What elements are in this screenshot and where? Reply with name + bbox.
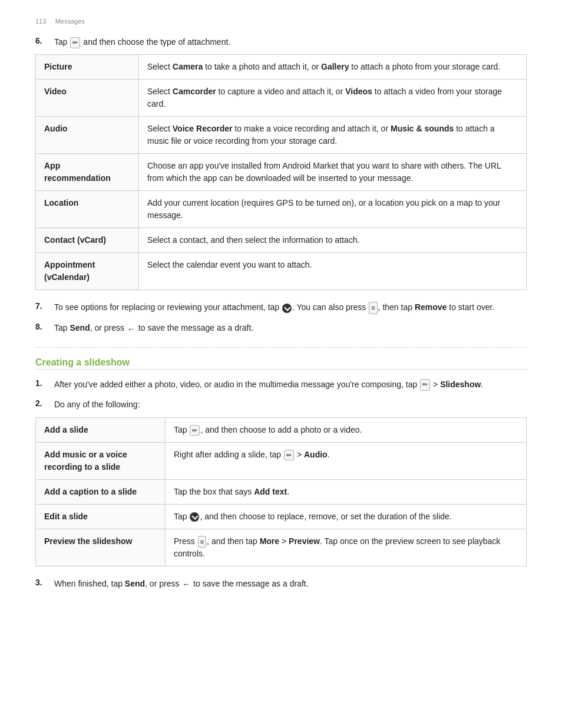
table-row: Add music or a voice recording to a slid…	[36, 442, 527, 479]
slide-label-preview: Preview the slideshow	[36, 529, 166, 566]
step-7-content: To see options for replacing or reviewin…	[54, 301, 494, 314]
step-6-number: 6.	[35, 35, 49, 45]
slideshow-step-3-content: When finished, tap Send, or press ← to s…	[54, 577, 309, 591]
slide-label-edit: Edit a slide	[36, 504, 166, 529]
table-row: Add a slide Tap ✏, and then choose to ad…	[36, 417, 527, 442]
attachment-label-picture: Picture	[36, 55, 139, 80]
paperclip-icon-2: ✏	[420, 379, 430, 391]
slideshow-step-1-content: After you've added either a photo, video…	[54, 378, 483, 391]
slide-desc-caption: Tap the box that says Add text.	[166, 479, 527, 504]
attachment-label-audio: Audio	[36, 117, 139, 154]
options-icon	[282, 304, 292, 313]
table-row: Audio Select Voice Recorder to make a vo…	[36, 117, 527, 154]
slide-label-caption: Add a caption to a slide	[36, 479, 166, 504]
step-6: 6. Tap ✏ and then choose the type of att…	[35, 35, 527, 48]
slideshow-step-3-number: 3.	[35, 577, 49, 587]
section-title: Messages	[55, 18, 85, 25]
step-6-content: Tap ✏ and then choose the type of attach…	[54, 35, 230, 48]
attachment-desc-picture: Select Camera to take a photo and attach…	[139, 55, 527, 80]
attachment-label-video: Video	[36, 80, 139, 117]
paperclip-icon-3: ✏	[190, 425, 200, 436]
attachment-label-location: Location	[36, 191, 139, 228]
step-8: 8. Tap Send, or press ← to save the mess…	[35, 321, 527, 335]
table-row: Appointment(vCalendar) Select the calend…	[36, 253, 527, 290]
slide-desc-add: Tap ✏, and then choose to add a photo or…	[166, 417, 527, 442]
menu-icon: ≡	[369, 302, 377, 315]
table-row: Apprecommendation Choose an app you've i…	[36, 154, 527, 191]
table-row: Preview the slideshow Press ≡, and then …	[36, 529, 527, 566]
attachment-desc-video: Select Camcorder to capture a video and …	[139, 80, 527, 117]
attachment-desc-audio: Select Voice Recorder to make a voice re…	[139, 117, 527, 154]
step-7: 7. To see options for replacing or revie…	[35, 301, 527, 314]
paperclip-icon: ✏	[70, 37, 80, 49]
table-row: Location Add your current location (requ…	[36, 191, 527, 228]
attachment-desc-contact: Select a contact, and then select the in…	[139, 228, 527, 253]
attachment-desc-app: Choose an app you've installed from Andr…	[139, 154, 527, 191]
back-icon-2: ←	[182, 578, 190, 591]
table-row: Video Select Camcorder to capture a vide…	[36, 80, 527, 117]
table-row: Add a caption to a slide Tap the box tha…	[36, 479, 527, 504]
section-divider	[35, 347, 527, 348]
attachment-table-body: Picture Select Camera to take a photo an…	[36, 55, 527, 290]
attachment-table: Picture Select Camera to take a photo an…	[35, 54, 527, 290]
slideshow-step-3: 3. When finished, tap Send, or press ← t…	[35, 577, 527, 591]
attachment-label-app: Apprecommendation	[36, 154, 139, 191]
slideshow-step-1-number: 1.	[35, 378, 49, 388]
menu-icon-2: ≡	[198, 536, 206, 548]
slideshow-step-1: 1. After you've added either a photo, vi…	[35, 378, 527, 391]
step-8-content: Tap Send, or press ← to save the message…	[54, 321, 253, 335]
paperclip-icon-4: ✏	[284, 450, 294, 461]
attachment-desc-appointment: Select the calendar event you want to at…	[139, 253, 527, 290]
slide-desc-preview: Press ≡, and then tap More > Preview. Ta…	[166, 529, 527, 566]
creating-slideshow-heading: Creating a slideshow	[35, 357, 527, 370]
attachment-label-contact: Contact (vCard)	[36, 228, 139, 253]
slide-desc-music: Right after adding a slide, tap ✏ > Audi…	[166, 442, 527, 479]
table-row: Picture Select Camera to take a photo an…	[36, 55, 527, 80]
back-icon: ←	[127, 322, 135, 335]
attachment-desc-location: Add your current location (requires GPS …	[139, 191, 527, 228]
table-row: Contact (vCard) Select a contact, and th…	[36, 228, 527, 253]
table-row: Edit a slide Tap , and then choose to re…	[36, 504, 527, 529]
slideshow-table: Add a slide Tap ✏, and then choose to ad…	[35, 417, 527, 567]
slide-label-add: Add a slide	[36, 417, 166, 442]
page-number: 113	[35, 18, 46, 25]
attachment-label-appointment: Appointment(vCalendar)	[36, 253, 139, 290]
step-8-number: 8.	[35, 321, 49, 331]
slideshow-step-2-content: Do any of the following:	[54, 398, 140, 411]
slide-desc-edit: Tap , and then choose to replace, remove…	[166, 504, 527, 529]
step-7-number: 7.	[35, 301, 49, 311]
edit-slide-icon	[190, 512, 199, 522]
slideshow-table-body: Add a slide Tap ✏, and then choose to ad…	[36, 417, 527, 566]
slide-label-music: Add music or a voice recording to a slid…	[36, 442, 166, 479]
slideshow-step-2: 2. Do any of the following:	[35, 398, 527, 411]
slideshow-step-2-number: 2.	[35, 398, 49, 408]
page-header: 113 Messages	[35, 18, 527, 25]
